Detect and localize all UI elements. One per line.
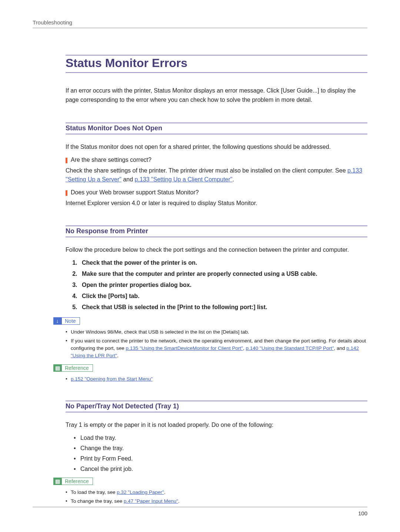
note-item: Under Windows 98/Me, check that USB is s… <box>66 328 367 336</box>
list-item: Change the tray. <box>74 445 367 452</box>
option-list: Load the tray. Change the tray. Print by… <box>74 435 367 472</box>
link-opening-start-menu[interactable]: p.152 "Opening from the Start Menu" <box>71 376 153 382</box>
text-run: and <box>121 176 135 183</box>
text-run: . <box>117 353 119 358</box>
content-area: Status Monitor Errors If an error occurs… <box>66 55 367 505</box>
text-run: , <box>243 345 246 351</box>
sec1-lead: If the Status monitor does not open for … <box>66 143 367 151</box>
link-setting-up-client[interactable]: p.133 "Setting Up a Client Computer" <box>135 176 233 183</box>
reference-item: To change the tray, see p.47 "Paper Inpu… <box>66 498 367 505</box>
list-item: Print by Form Feed. <box>74 455 367 462</box>
step-item: Make sure that the computer and printer … <box>79 271 367 277</box>
note-item: If you want to connect the printer to th… <box>66 337 367 360</box>
section-heading-no-response: No Response from Printer <box>66 225 367 237</box>
header-section-label: Troubleshooting <box>33 19 72 26</box>
reference-list-2: To load the tray, see p.32 "Loading Pape… <box>66 489 367 505</box>
step-item: Check that USB is selected in the [Print… <box>79 304 367 311</box>
sec3-lead: Tray 1 is empty or the paper in it is no… <box>66 421 367 429</box>
text-run: To change the tray, see <box>71 498 124 504</box>
section-heading-status-not-open: Status Monitor Does Not Open <box>66 123 367 134</box>
page-title: Status Monitor Errors <box>66 55 367 73</box>
text-run: . <box>178 498 180 504</box>
link-loading-paper[interactable]: p.32 "Loading Paper" <box>117 489 164 495</box>
step-item: Click the [Ports] tab. <box>79 293 367 300</box>
reference-item: p.152 "Opening from the Start Menu" <box>66 375 367 383</box>
sec1-p2: Internet Explorer version 4.0 or later i… <box>66 199 367 208</box>
question-browser-support: Does your Web browser support Status Mon… <box>66 189 367 196</box>
intro-paragraph: If an error occurs with the printer, Sta… <box>66 86 367 105</box>
page-number: 100 <box>358 510 367 516</box>
document-icon: ▤ <box>53 478 61 485</box>
text-run: Check the share settings of the printer.… <box>66 167 347 174</box>
text-run: . <box>164 489 166 495</box>
running-header: Troubleshooting <box>33 19 367 28</box>
list-item: Cancel the print job. <box>74 466 367 472</box>
question-share-settings: Are the share settings correct? <box>66 157 367 163</box>
reference-item: To load the tray, see p.32 "Loading Pape… <box>66 489 367 496</box>
reference-label: Reference <box>61 478 93 485</box>
page-footer: 100 <box>33 507 367 516</box>
text-run: , and <box>334 345 347 351</box>
reference-list: p.152 "Opening from the Start Menu" <box>66 375 367 383</box>
sec1-p1: Check the share settings of the printer.… <box>66 166 367 184</box>
page: Troubleshooting Status Monitor Errors If… <box>0 0 400 532</box>
arrow-down-icon: ↓ <box>53 317 61 325</box>
link-paper-input-menu[interactable]: p.47 "Paper Input Menu" <box>124 498 178 504</box>
link-smartdevicemonitor-port[interactable]: p.135 "Using the SmartDeviceMonitor for … <box>126 345 243 351</box>
text-run: . <box>233 176 234 183</box>
sec2-lead: Follow the procedure below to check the … <box>66 245 367 254</box>
text-run: To load the tray, see <box>71 489 117 495</box>
note-label: Note <box>61 317 80 325</box>
note-list: Under Windows 98/Me, check that USB is s… <box>66 328 367 360</box>
note-callout: ↓ Note <box>53 317 80 325</box>
step-item: Check that the power of the printer is o… <box>79 260 367 266</box>
procedure-list: Check that the power of the printer is o… <box>71 260 367 311</box>
section-heading-no-paper: No Paper/Tray Not Detected (Tray 1) <box>66 401 367 412</box>
step-item: Open the printer properties dialog box. <box>79 282 367 288</box>
reference-callout-2: ▤ Reference <box>53 478 93 485</box>
list-item: Load the tray. <box>74 435 367 441</box>
reference-callout: ▤ Reference <box>53 364 93 372</box>
reference-label: Reference <box>61 364 93 372</box>
link-standard-tcpip-port[interactable]: p.140 "Using the Standard TCP/IP Port" <box>246 345 334 351</box>
document-icon: ▤ <box>53 364 61 372</box>
